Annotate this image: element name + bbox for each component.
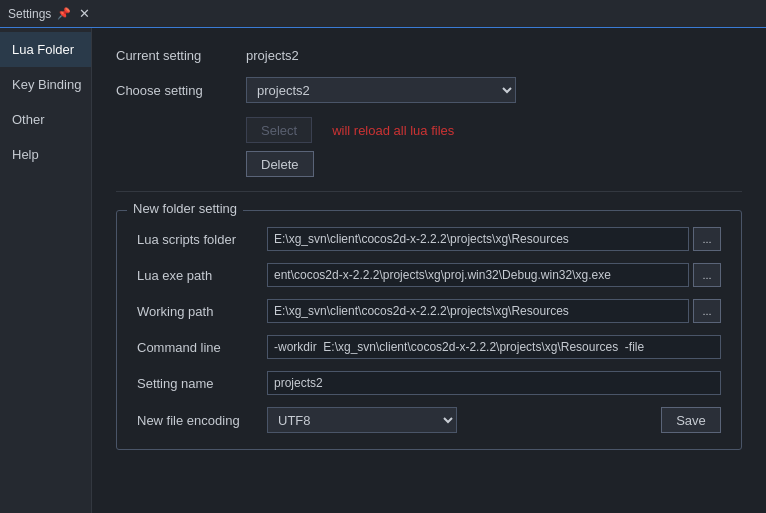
choose-setting-select[interactable]: projects2 [246, 77, 516, 103]
lua-scripts-folder-label: Lua scripts folder [137, 232, 267, 247]
choose-setting-label: Choose setting [116, 83, 246, 98]
working-path-label: Working path [137, 304, 267, 319]
sidebar-item-key-binding[interactable]: Key Binding [0, 67, 91, 102]
main-layout: Lua Folder Key Binding Other Help Curren… [0, 28, 766, 513]
pin-icon: 📌 [57, 7, 71, 20]
sidebar-item-help[interactable]: Help [0, 137, 91, 172]
lua-scripts-folder-browse-button[interactable]: ... [693, 227, 721, 251]
sidebar-item-lua-folder-label: Lua Folder [12, 42, 74, 57]
lua-exe-path-browse-button[interactable]: ... [693, 263, 721, 287]
sidebar-item-lua-folder[interactable]: Lua Folder [0, 32, 91, 67]
sidebar-item-other-label: Other [12, 112, 45, 127]
title-bar: Settings 📌 ✕ [0, 0, 766, 28]
working-path-browse-button[interactable]: ... [693, 299, 721, 323]
setting-name-label: Setting name [137, 376, 267, 391]
command-line-input-area [267, 335, 721, 359]
command-line-row: Command line [137, 335, 721, 359]
working-path-input[interactable] [267, 299, 689, 323]
lua-exe-path-input-area: ... [267, 263, 721, 287]
reload-text: will reload all lua files [332, 123, 454, 138]
lua-exe-path-input[interactable] [267, 263, 689, 287]
sidebar-item-help-label: Help [12, 147, 39, 162]
lua-scripts-folder-row: Lua scripts folder ... [137, 227, 721, 251]
close-button[interactable]: ✕ [79, 6, 90, 21]
lua-scripts-folder-input-area: ... [267, 227, 721, 251]
command-line-label: Command line [137, 340, 267, 355]
folder-group-title: New folder setting [127, 201, 243, 216]
current-setting-row: Current setting projects2 [116, 48, 742, 63]
select-action-row: Select will reload all lua files [246, 117, 742, 143]
lua-scripts-folder-input[interactable] [267, 227, 689, 251]
divider [116, 191, 742, 192]
working-path-row: Working path ... [137, 299, 721, 323]
encoding-label: New file encoding [137, 413, 267, 428]
encoding-select[interactable]: UTF8 UTF-16 ANSI [267, 407, 457, 433]
sidebar-item-key-binding-label: Key Binding [12, 77, 81, 92]
delete-button[interactable]: Delete [246, 151, 314, 177]
setting-name-input-area [267, 371, 721, 395]
delete-action-row: Delete [246, 151, 742, 177]
content-area: Current setting projects2 Choose setting… [92, 28, 766, 513]
encoding-row: New file encoding UTF8 UTF-16 ANSI Save [137, 407, 721, 433]
lua-exe-path-label: Lua exe path [137, 268, 267, 283]
new-folder-setting-group: New folder setting Lua scripts folder ..… [116, 210, 742, 450]
current-setting-label: Current setting [116, 48, 246, 63]
command-line-input[interactable] [267, 335, 721, 359]
setting-name-input[interactable] [267, 371, 721, 395]
working-path-input-area: ... [267, 299, 721, 323]
select-button[interactable]: Select [246, 117, 312, 143]
sidebar: Lua Folder Key Binding Other Help [0, 28, 92, 513]
title-bar-title: Settings [8, 7, 51, 21]
save-button[interactable]: Save [661, 407, 721, 433]
sidebar-item-other[interactable]: Other [0, 102, 91, 137]
setting-name-row: Setting name [137, 371, 721, 395]
current-setting-value: projects2 [246, 48, 299, 63]
lua-exe-path-row: Lua exe path ... [137, 263, 721, 287]
choose-setting-row: Choose setting projects2 [116, 77, 742, 103]
